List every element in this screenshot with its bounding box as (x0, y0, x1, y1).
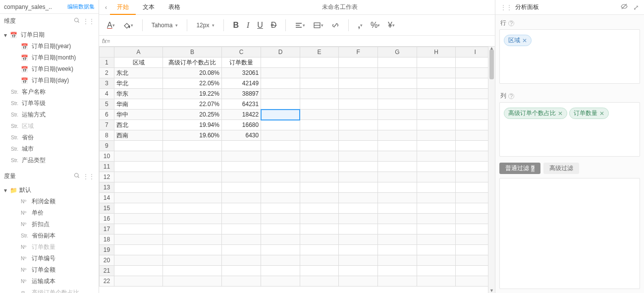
col-header[interactable]: G (378, 47, 417, 58)
row-header[interactable]: 2 (100, 68, 114, 78)
row-header[interactable]: 8 (100, 130, 114, 141)
grid-cell[interactable] (339, 245, 378, 255)
grid-cell[interactable] (163, 151, 222, 162)
col-header[interactable]: C (221, 47, 261, 58)
grid-cell[interactable] (339, 141, 378, 151)
grid-cell[interactable] (339, 120, 378, 130)
filter-tab-advanced[interactable]: 高级过滤 (543, 163, 579, 174)
grid-cell[interactable] (339, 58, 378, 68)
grid-cell[interactable] (163, 266, 222, 276)
grid-cell[interactable] (378, 58, 417, 68)
grid-cell[interactable] (114, 266, 162, 276)
row-header[interactable]: 20 (100, 255, 114, 266)
strikethrough-button[interactable]: Đ (268, 19, 280, 32)
tree-dim-item[interactable]: Str.区域 (0, 120, 99, 132)
grid-cell[interactable] (221, 255, 261, 266)
grid-cell[interactable]: 19.22% (163, 89, 222, 99)
grid-cell[interactable] (221, 245, 261, 255)
grid-cell[interactable] (339, 99, 378, 110)
grid-cell[interactable] (417, 214, 456, 224)
formula-bar[interactable]: fx= (99, 36, 495, 47)
scroll-thumb[interactable] (489, 50, 494, 79)
grid-cell[interactable] (378, 89, 417, 99)
grid-cell[interactable] (221, 203, 261, 214)
grid-cell[interactable] (300, 120, 339, 130)
grid-cell[interactable] (261, 214, 300, 224)
col-header[interactable]: F (339, 47, 378, 58)
grid-cell[interactable]: 华南 (114, 99, 162, 110)
help-icon[interactable]: ? (508, 20, 514, 26)
grid-cell[interactable] (300, 224, 339, 234)
underline-button[interactable]: U (254, 19, 266, 32)
grid-cell[interactable] (163, 255, 222, 266)
tree-dim-item[interactable]: Str.运输方式 (0, 109, 99, 120)
row-header[interactable]: 17 (100, 224, 114, 234)
grid-cell[interactable]: 38897 (221, 89, 261, 99)
grid-cell[interactable] (417, 203, 456, 214)
grid-cell[interactable] (378, 182, 417, 193)
grid-cell[interactable] (339, 162, 378, 172)
grid-cell[interactable] (221, 151, 261, 162)
grid-cell[interactable] (114, 276, 162, 287)
scroll-down-icon[interactable]: ▼ (488, 288, 495, 293)
grid-cell[interactable] (261, 130, 300, 141)
expand-icon[interactable]: ⤢ (633, 3, 639, 11)
grid-cell[interactable] (261, 255, 300, 266)
grid-cell[interactable] (261, 151, 300, 162)
merge-button[interactable]: ▾ (310, 20, 326, 31)
grid-cell[interactable] (339, 224, 378, 234)
remove-pill-icon[interactable]: ✕ (558, 110, 563, 117)
grid-cell[interactable] (378, 141, 417, 151)
grid-cell[interactable] (417, 234, 456, 245)
grid-cell[interactable]: 20.08% (163, 68, 222, 78)
grid-cell[interactable] (221, 172, 261, 182)
tree-measure-item[interactable]: Nº单价 (0, 207, 99, 219)
row-header[interactable]: 1 (100, 58, 114, 68)
grid-cell[interactable] (339, 276, 378, 287)
grid-cell[interactable] (300, 214, 339, 224)
grid-cell[interactable] (114, 141, 162, 151)
grid-cell[interactable] (417, 110, 456, 120)
grid-cell[interactable] (261, 172, 300, 182)
tree-measure-item[interactable]: Nº利润金额 (0, 196, 99, 207)
grid-cell[interactable] (221, 234, 261, 245)
grid-cell[interactable] (417, 224, 456, 234)
grid-cell[interactable] (261, 141, 300, 151)
grid-cell[interactable] (114, 234, 162, 245)
grid-cell[interactable] (300, 89, 339, 99)
tree-dim-item[interactable]: Str.产品类型 (0, 155, 99, 166)
vertical-scrollbar[interactable]: ▲ ▼ (488, 47, 495, 293)
grid-cell[interactable] (261, 78, 300, 89)
grid-cell[interactable] (114, 214, 162, 224)
grid-cell[interactable] (339, 78, 378, 89)
grid-cell[interactable] (339, 172, 378, 182)
grid-cell[interactable] (378, 203, 417, 214)
bold-button[interactable]: B (230, 19, 242, 32)
tree-date-child[interactable]: 📅订单日期(day) (0, 75, 99, 86)
grid-cell[interactable] (339, 110, 378, 120)
grid-cell[interactable] (221, 162, 261, 172)
grid-cell[interactable] (339, 234, 378, 245)
grid-cell[interactable]: 22.07% (163, 99, 222, 110)
row-header[interactable]: 12 (100, 172, 114, 182)
grid-cell[interactable] (300, 203, 339, 214)
grid-cell[interactable] (417, 151, 456, 162)
remove-pill-icon[interactable]: ✕ (599, 110, 604, 117)
tab-table[interactable]: 表格 (161, 0, 187, 15)
grid-cell[interactable] (163, 162, 222, 172)
grid-cell[interactable] (300, 99, 339, 110)
tree-dim-item[interactable]: Str.订单等级 (0, 98, 99, 109)
grid-cell[interactable] (221, 224, 261, 234)
grid-cell[interactable] (417, 130, 456, 141)
grid-cell[interactable] (163, 203, 222, 214)
tree-measure-item[interactable]: Nº订单金额 (0, 264, 99, 276)
grid-cell[interactable]: 22.05% (163, 78, 222, 89)
grid-cell[interactable] (261, 276, 300, 287)
grid-cell[interactable] (114, 203, 162, 214)
grid-cell[interactable] (300, 78, 339, 89)
grid-cell[interactable] (378, 78, 417, 89)
grid-cell[interactable] (417, 141, 456, 151)
tree-dim-item[interactable]: Str.省份 (0, 132, 99, 143)
tree-date-child[interactable]: 📅订单日期(year) (0, 41, 99, 52)
tab-prev-icon[interactable]: ‹ (102, 4, 110, 11)
